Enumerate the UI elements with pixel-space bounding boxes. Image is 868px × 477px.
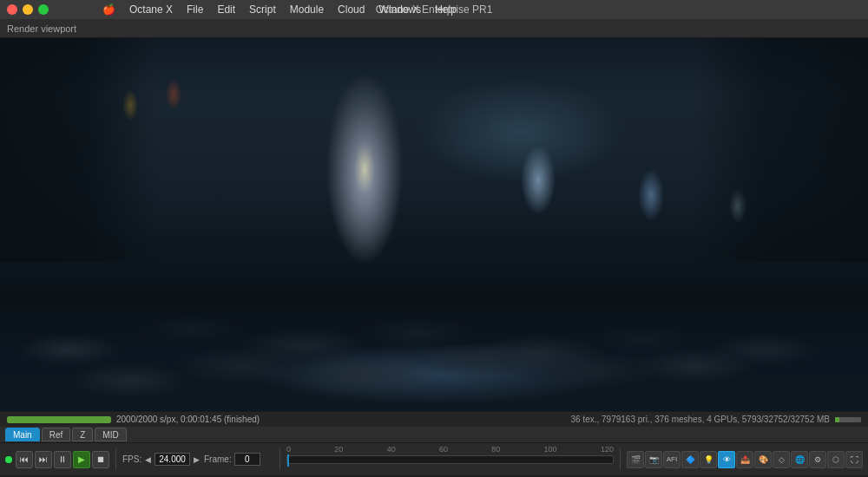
status-bar: 2000/2000 s/px, 0:00:01:45 (finished) 36…: [0, 411, 868, 427]
tab-main[interactable]: Main: [5, 428, 40, 441]
timeline[interactable]: 0 20 40 60 80 100 120: [286, 443, 614, 475]
tool-env[interactable]: 🌐: [791, 451, 808, 468]
fps-label: FPS:: [122, 454, 141, 464]
timeline-labels: 0 20 40 60 80 100 120: [286, 445, 614, 454]
timeline-mark-0: 0: [286, 445, 291, 454]
fps-value[interactable]: 24.000: [155, 453, 190, 466]
progress-text: 2000/2000 s/px, 0:00:01:45 (finished): [116, 415, 260, 424]
render-viewport-label: Render viewport: [7, 23, 76, 34]
divider-2: [279, 449, 280, 470]
fps-section: FPS: ◀ 24.000 ▶: [122, 453, 201, 466]
menu-octane[interactable]: Octane X: [122, 0, 180, 19]
stop-button[interactable]: ⏹: [92, 451, 109, 468]
memory-bar: [835, 417, 861, 422]
tab-ref[interactable]: Ref: [42, 428, 71, 441]
tool-buttons: 🎬 📷 AFI 🔷 💡 👁 📤 🎨 ◇ 🌐 ⚙ ⬡ ⛶: [627, 451, 863, 468]
tool-view[interactable]: 👁: [718, 451, 735, 468]
frame-value[interactable]: 0: [234, 453, 260, 466]
progress-bar: [7, 416, 111, 423]
memory-fill: [835, 417, 839, 422]
minimize-button[interactable]: [23, 4, 33, 15]
go-start-button[interactable]: ⏮: [16, 451, 33, 468]
maximize-button[interactable]: [38, 4, 49, 15]
tool-gpu[interactable]: ⬡: [827, 451, 845, 468]
tool-light[interactable]: 💡: [700, 451, 717, 468]
tool-afi[interactable]: AFI: [663, 451, 681, 468]
timeline-mark-40: 40: [387, 445, 396, 454]
timeline-mark-60: 60: [439, 445, 448, 454]
divider-3: [620, 449, 621, 470]
menu-module[interactable]: Module: [283, 0, 331, 19]
progress-fill: [7, 416, 111, 423]
menu-file[interactable]: File: [180, 0, 210, 19]
menu-help[interactable]: Help: [428, 0, 464, 19]
timeline-track[interactable]: [286, 455, 614, 464]
timeline-mark-120: 120: [601, 445, 614, 454]
tab-mid[interactable]: MID: [95, 428, 126, 441]
timeline-playhead: [287, 454, 289, 467]
render-progress: 2000/2000 s/px, 0:00:01:45 (finished): [7, 415, 260, 424]
menu-edit[interactable]: Edit: [210, 0, 242, 19]
tool-mesh[interactable]: 🔷: [681, 451, 699, 468]
tool-post[interactable]: ⚙: [809, 451, 826, 468]
frame-label: Frame:: [204, 454, 232, 464]
fps-increase[interactable]: ▶: [193, 455, 201, 464]
transport-controls: ⏮ ⏭ ⏸ ▶ ⏹: [16, 451, 109, 468]
tab-z[interactable]: Z: [72, 428, 93, 441]
menu-cloud[interactable]: Cloud: [331, 0, 372, 19]
timeline-mark-100: 100: [544, 445, 557, 454]
controls-bar: ⏮ ⏭ ⏸ ▶ ⏹ FPS: ◀ 24.000 ▶ Frame: 0 0 20 …: [0, 442, 868, 475]
gpu-status-indicator: [5, 456, 12, 463]
divider-1: [115, 449, 116, 470]
render-stats: 36 tex., 7979163 pri., 376 meshes, 4 GPU…: [570, 415, 861, 424]
tool-render[interactable]: 🎬: [627, 451, 644, 468]
tool-cam[interactable]: 📷: [645, 451, 662, 468]
play-button[interactable]: ▶: [73, 451, 90, 468]
fps-decrease[interactable]: ◀: [144, 455, 152, 464]
tool-geo[interactable]: ◇: [773, 451, 790, 468]
go-end-button[interactable]: ⏭: [35, 451, 52, 468]
timeline-mark-80: 80: [491, 445, 500, 454]
render-viewport[interactable]: [0, 38, 868, 411]
apple-menu[interactable]: 🍎: [95, 0, 122, 19]
frame-section: Frame: 0: [204, 453, 273, 466]
close-button[interactable]: [7, 4, 17, 15]
menu-script[interactable]: Script: [242, 0, 283, 19]
stats-text: 36 tex., 7979163 pri., 376 meshes, 4 GPU…: [570, 415, 830, 424]
tool-fullscreen[interactable]: ⛶: [845, 451, 863, 468]
menu-bar: 🍎 Octane X File Edit Script Module Cloud…: [95, 0, 464, 19]
pause-button[interactable]: ⏸: [54, 451, 71, 468]
timeline-mark-20: 20: [334, 445, 343, 454]
toolbar: Render viewport: [0, 19, 868, 38]
tool-export[interactable]: 📤: [736, 451, 753, 468]
title-bar: 🍎 Octane X File Edit Script Module Cloud…: [0, 0, 868, 19]
tool-mat[interactable]: 🎨: [754, 451, 772, 468]
render-canvas: [0, 38, 868, 411]
tab-row: Main Ref Z MID: [0, 427, 868, 442]
window-controls: [7, 4, 49, 15]
menu-windows[interactable]: Windows: [372, 0, 428, 19]
